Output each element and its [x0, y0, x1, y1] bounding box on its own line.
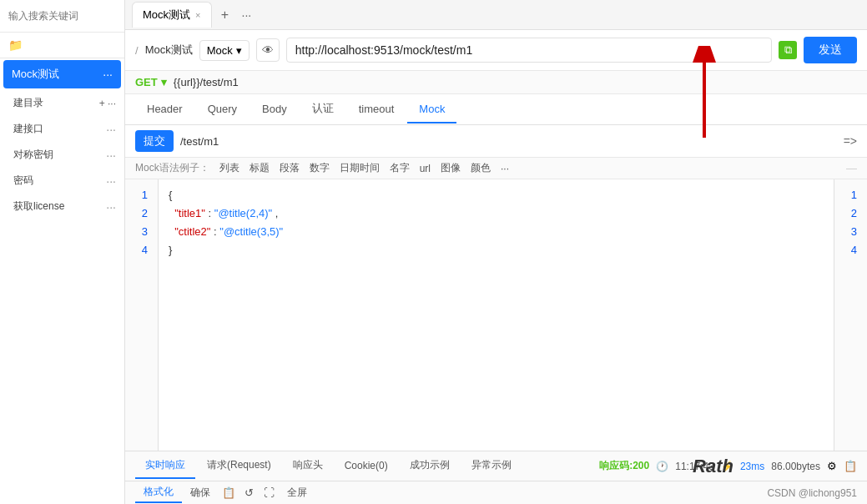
method-badge[interactable]: GET ▾ — [135, 76, 167, 88]
tab-query[interactable]: Query — [196, 96, 249, 123]
sidebar-mkdir-label: 建目录 — [13, 96, 43, 110]
bolt-icon: ⚡ — [721, 461, 733, 472]
bottom-tab-error[interactable]: 异常示例 — [461, 453, 522, 479]
folder-icon: 📁 — [0, 33, 124, 58]
mock-toolbar-title[interactable]: 标题 — [250, 161, 270, 175]
eye-button[interactable]: 👁 — [256, 38, 280, 62]
method-label: Mock — [207, 44, 233, 57]
copy-btn[interactable]: 📋 — [844, 460, 857, 472]
line-numbers-right: 1 2 3 4 — [834, 179, 867, 451]
footer-fullscreen-icon[interactable]: ⛶ — [259, 483, 279, 503]
mock-path-bar: 提交 /test/m1 => — [125, 125, 867, 158]
method-arrow-icon: ▾ — [236, 44, 242, 57]
bottom-tabs: 实时响应 请求(Request) 响应头 Cookie(0) 成功示例 异常示例… — [125, 451, 867, 481]
code-line-3: "ctitle2" : "@ctitle(3,5)" — [169, 223, 824, 241]
sidebar-search-bar[interactable]: ⚙ — [0, 0, 124, 33]
tab-more-button[interactable]: ··· — [239, 8, 255, 22]
request-tabs: Header Query Body 认证 timeout Mock — [125, 94, 867, 125]
method-badge-arrow: ▾ — [161, 76, 167, 88]
mock-arrow-label: => — [844, 134, 857, 148]
sidebar-api-label: 建接口 — [13, 122, 43, 136]
code-line-1: { — [169, 186, 824, 204]
tab-bar: Mock测试 × + ··· — [125, 0, 867, 30]
tab-mock-label: Mock测试 — [143, 8, 190, 23]
mock-toolbar-more[interactable]: ··· — [501, 163, 509, 174]
status-ms: 23ms — [740, 461, 764, 472]
footer-tab-format[interactable]: 格式化 — [135, 482, 182, 503]
mock-toolbar-number[interactable]: 数字 — [310, 161, 330, 175]
footer-bar: 格式化 确保 📋 ↺ ⛶ 全屏 CSDN @lichong951 — [125, 481, 867, 504]
send-button[interactable]: 发送 — [804, 37, 857, 63]
tab-mock-request[interactable]: Mock — [407, 96, 456, 123]
mock-toolbar-datetime[interactable]: 日期时间 — [340, 161, 380, 175]
bottom-tab-cookie[interactable]: Cookie(0) — [335, 455, 398, 478]
sidebar-key-label: 对称密钥 — [13, 148, 53, 162]
sidebar-item-password[interactable]: 密码 ··· — [0, 168, 124, 194]
tab-mock[interactable]: Mock测试 × — [132, 2, 212, 28]
breadcrumb-sep: / — [135, 44, 139, 57]
sidebar-password-label: 密码 — [13, 174, 33, 188]
tab-add-button[interactable]: + — [215, 5, 235, 25]
sidebar-license-dots[interactable]: ··· — [106, 200, 116, 214]
sidebar-item-mkdir[interactable]: 建目录 + ··· — [0, 90, 124, 116]
bottom-tab-response-headers[interactable]: 响应头 — [283, 453, 333, 479]
status-code: 响应码:200 — [599, 459, 649, 473]
footer-reset-icon[interactable]: ↺ — [239, 483, 259, 503]
bottom-tab-request[interactable]: 请求(Request) — [197, 453, 281, 479]
code-editor[interactable]: 1 2 3 4 { "title1" : "@title(2,4)" , "ct… — [125, 179, 867, 451]
mock-toolbar-color[interactable]: 颜色 — [471, 161, 491, 175]
code-line-4: } — [169, 241, 824, 260]
copy-icon[interactable]: ⧉ — [779, 41, 797, 59]
mock-toolbar-paragraph[interactable]: 段落 — [280, 161, 300, 175]
method-row: GET ▾ {{url}}/test/m1 — [125, 71, 867, 94]
sidebar-item-label: Mock测试 — [12, 67, 103, 82]
tab-body[interactable]: Body — [250, 96, 299, 123]
breadcrumb-name: Mock测试 — [145, 43, 193, 58]
tab-timeout[interactable]: timeout — [347, 96, 406, 123]
sidebar-api-dots[interactable]: ··· — [106, 123, 116, 136]
tab-header[interactable]: Header — [135, 96, 194, 123]
sidebar-item-license[interactable]: 获取license ··· — [0, 194, 124, 219]
status-info: 响应码:200 🕐 11:17:43 ⚡ 23ms 86.00bytes ⚙ 📋 — [599, 459, 857, 473]
search-input[interactable] — [8, 10, 134, 22]
mock-toolbar-name[interactable]: 名字 — [390, 161, 410, 175]
method-badge-label: GET — [135, 76, 158, 88]
mock-path-label: /test/m1 — [180, 135, 219, 148]
footer-copy-icon[interactable]: 📋 — [219, 483, 239, 503]
sidebar-password-dots[interactable]: ··· — [106, 174, 116, 188]
mock-toolbar: Mock语法例子： 列表 标题 段落 数字 日期时间 名字 url 图像 颜色 … — [125, 158, 867, 179]
resizer-handle: — — [846, 162, 857, 174]
sidebar-item-dots[interactable]: ··· — [103, 68, 113, 81]
submit-button[interactable]: 提交 — [135, 130, 174, 152]
bottom-tab-realtime[interactable]: 实时响应 — [135, 453, 195, 479]
line-numbers-left: 1 2 3 4 — [125, 179, 159, 451]
method-select[interactable]: Mock ▾ — [199, 40, 250, 61]
footer-tab-confirm[interactable]: 确保 — [182, 483, 219, 502]
mock-toolbar-image[interactable]: 图像 — [441, 161, 461, 175]
watermark: CSDN @lichong951 — [767, 487, 857, 499]
sidebar-item-key[interactable]: 对称密钥 ··· — [0, 142, 124, 168]
sidebar-license-label: 获取license — [13, 199, 64, 214]
status-time: 11:17:43 — [675, 461, 714, 472]
sidebar-item-mock[interactable]: Mock测试 ··· — [3, 60, 121, 88]
tab-close-icon[interactable]: × — [195, 10, 200, 20]
tab-auth[interactable]: 认证 — [300, 94, 345, 124]
bottom-tab-success[interactable]: 成功示例 — [400, 453, 460, 479]
footer-fullscreen-label[interactable]: 全屏 — [279, 483, 315, 502]
settings-icon[interactable]: ⚙ — [827, 460, 837, 472]
sidebar-mkdir-actions[interactable]: + ··· — [99, 98, 116, 109]
sidebar-item-api[interactable]: 建接口 ··· — [0, 116, 124, 142]
mock-toolbar-label: Mock语法例子： — [135, 161, 209, 175]
url-input[interactable] — [286, 38, 772, 63]
status-bytes: 86.00bytes — [771, 461, 820, 472]
sidebar-key-dots[interactable]: ··· — [106, 149, 116, 162]
code-line-2: "title1" : "@title(2,4)" , — [169, 204, 824, 223]
status-icon: 🕐 — [656, 461, 668, 472]
mock-toolbar-url[interactable]: url — [420, 163, 431, 174]
content-area: 提交 /test/m1 => Mock语法例子： 列表 标题 段落 数字 日期时… — [125, 125, 867, 451]
mock-toolbar-list[interactable]: 列表 — [219, 161, 239, 175]
url-bar: / Mock测试 Mock ▾ 👁 ⧉ 发送 — [125, 30, 867, 71]
code-content[interactable]: { "title1" : "@title(2,4)" , "ctitle2" :… — [159, 179, 834, 451]
path-display: {{url}}/test/m1 — [174, 76, 239, 88]
